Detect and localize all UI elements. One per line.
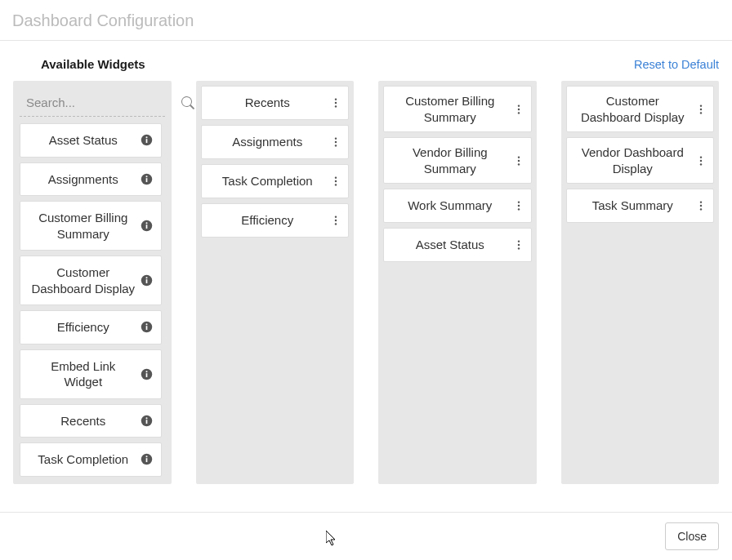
dialog-title: Dashboard Configuration: [12, 11, 720, 30]
svg-point-14: [145, 324, 147, 326]
drop-panel[interactable]: Customer Dashboard Display Vendor Dashbo…: [561, 81, 720, 484]
dashboard-widget-item[interactable]: Vendor Billing Summary: [383, 137, 532, 184]
svg-point-39: [335, 216, 337, 217]
close-button[interactable]: Close: [665, 522, 719, 550]
svg-point-61: [700, 205, 702, 207]
svg-point-42: [517, 104, 519, 106]
available-panel: Asset Status Assignments Customer Billin…: [13, 81, 172, 484]
info-icon[interactable]: [140, 173, 154, 185]
drop-column-3: Customer Dashboard Display Vendor Dashbo…: [561, 81, 720, 484]
svg-point-41: [335, 223, 337, 224]
dashboard-widget-item[interactable]: Recents: [201, 86, 350, 120]
available-widget-item[interactable]: Recents: [20, 404, 162, 438]
dashboard-widget-item[interactable]: Task Completion: [201, 164, 350, 198]
info-icon[interactable]: [140, 453, 154, 465]
search-input[interactable]: [26, 94, 181, 111]
widget-label: Task Completion: [27, 450, 140, 469]
svg-point-56: [700, 112, 702, 113]
widget-label: Customer Dashboard Display: [572, 93, 694, 125]
more-vertical-icon[interactable]: [694, 155, 708, 167]
info-icon[interactable]: [140, 134, 154, 146]
widget-label: Work Summary: [389, 198, 511, 214]
search-icon[interactable]: [181, 96, 194, 109]
widget-label: Customer Billing Summary: [27, 208, 140, 243]
widget-label: Assignments: [27, 170, 140, 189]
svg-rect-10: [146, 279, 148, 283]
more-vertical-icon[interactable]: [511, 239, 526, 251]
widget-label: Customer Dashboard Display: [27, 263, 140, 298]
available-widget-item[interactable]: Customer Dashboard Display: [20, 256, 162, 305]
svg-point-45: [517, 156, 519, 158]
available-widget-item[interactable]: Asset Status: [20, 123, 162, 158]
more-vertical-icon[interactable]: [511, 104, 526, 115]
reset-to-default-link[interactable]: Reset to Default: [634, 58, 719, 71]
available-widget-item[interactable]: Embed Link Widget: [20, 349, 162, 399]
available-list[interactable]: Asset Status Assignments Customer Billin…: [20, 123, 165, 478]
widget-label: Asset Status: [389, 237, 511, 253]
svg-point-35: [335, 144, 337, 146]
svg-point-57: [700, 156, 702, 158]
available-widgets-title: Available Widgets: [41, 57, 145, 71]
dashboard-widget-item[interactable]: Vendor Dashboard Display: [566, 137, 715, 184]
widget-label: Efficiency: [27, 318, 140, 337]
dashboard-widget-item[interactable]: Assignments: [201, 125, 350, 159]
svg-point-49: [517, 205, 519, 207]
svg-point-36: [335, 176, 337, 178]
svg-point-44: [517, 112, 519, 113]
more-vertical-icon[interactable]: [328, 136, 343, 148]
svg-point-5: [145, 176, 147, 177]
more-vertical-icon[interactable]: [328, 215, 343, 226]
svg-point-53: [517, 247, 519, 249]
widget-label: Vendor Dashboard Display: [572, 144, 694, 176]
svg-point-60: [700, 201, 702, 202]
drop-column-1: Recents Assignments Task Completion Effi…: [196, 81, 355, 484]
more-vertical-icon[interactable]: [694, 104, 708, 115]
svg-point-37: [335, 180, 337, 182]
available-widget-item[interactable]: Assignments: [20, 162, 162, 197]
dashboard-widget-item[interactable]: Customer Dashboard Display: [566, 86, 715, 132]
available-widget-item[interactable]: Task Completion: [20, 442, 162, 477]
svg-point-34: [335, 141, 337, 143]
widget-label: Embed Link Widget: [27, 357, 140, 392]
info-icon[interactable]: [140, 415, 154, 427]
dashboard-widget-item[interactable]: Work Summary: [383, 189, 532, 223]
more-vertical-icon[interactable]: [511, 200, 526, 211]
widget-label: Asset Status: [27, 131, 140, 150]
svg-point-48: [517, 201, 519, 202]
more-vertical-icon[interactable]: [328, 97, 343, 109]
dashboard-widget-item[interactable]: Customer Billing Summary: [383, 86, 532, 132]
dialog-footer: Close: [0, 512, 732, 560]
svg-point-38: [335, 184, 337, 185]
svg-point-52: [517, 244, 519, 246]
svg-point-33: [335, 137, 337, 139]
available-widget-item[interactable]: Customer Billing Summary: [20, 201, 162, 251]
more-vertical-icon[interactable]: [511, 155, 526, 167]
more-vertical-icon[interactable]: [328, 176, 343, 187]
available-widget-item[interactable]: Efficiency: [20, 310, 162, 344]
svg-point-31: [335, 102, 337, 104]
svg-point-17: [145, 371, 147, 372]
info-icon[interactable]: [140, 220, 154, 232]
svg-point-8: [145, 222, 147, 224]
dashboard-widget-item[interactable]: Task Summary: [566, 189, 715, 223]
svg-point-50: [517, 208, 519, 210]
drop-panel[interactable]: Recents Assignments Task Completion Effi…: [196, 81, 355, 484]
drop-panel[interactable]: Customer Billing Summary Vendor Billing …: [378, 81, 537, 484]
widget-label: Assignments: [207, 134, 329, 150]
widget-label: Task Summary: [572, 198, 694, 214]
svg-point-20: [145, 417, 147, 419]
info-icon[interactable]: [140, 321, 154, 333]
dashboard-widget-item[interactable]: Asset Status: [383, 228, 532, 262]
info-icon[interactable]: [140, 274, 154, 287]
svg-point-23: [145, 456, 147, 458]
svg-point-51: [517, 240, 519, 242]
svg-point-30: [335, 98, 337, 100]
svg-point-47: [517, 163, 519, 165]
svg-point-46: [517, 159, 519, 161]
dashboard-widget-item[interactable]: Efficiency: [201, 203, 350, 238]
search-box: [20, 87, 165, 117]
top-row: Available Widgets Reset to Default: [13, 57, 719, 71]
info-icon[interactable]: [140, 368, 154, 380]
more-vertical-icon[interactable]: [694, 200, 708, 211]
svg-rect-1: [146, 139, 148, 143]
